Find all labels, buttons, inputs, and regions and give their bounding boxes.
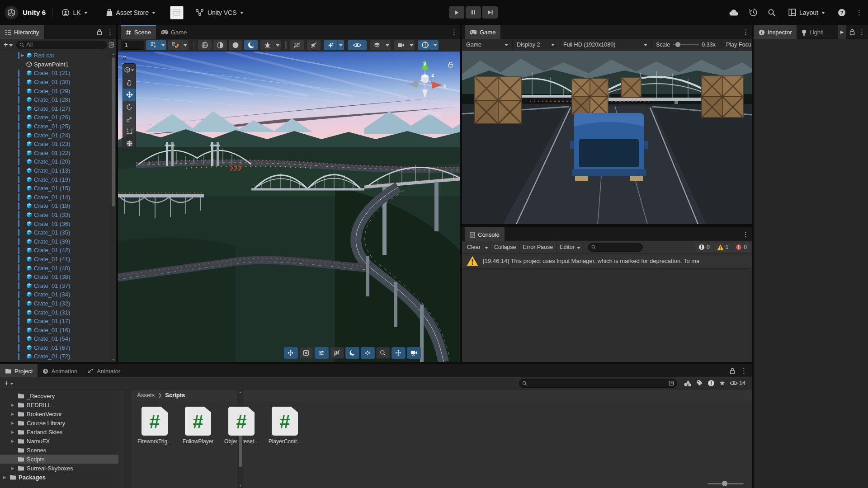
folder-row[interactable]: ▶ Farland Skies [0, 427, 118, 436]
archive-icon[interactable] [170, 6, 184, 19]
hierarchy-item[interactable]: ▶ Crate_01 (15) › [0, 184, 116, 193]
console-search-input[interactable] [588, 243, 643, 252]
folder-row[interactable]: ▶ NamuFX [0, 436, 118, 446]
view-hand-tool[interactable] [123, 76, 136, 89]
shading-shaded-button[interactable] [229, 40, 242, 50]
rotate-tool[interactable] [123, 101, 136, 113]
hierarchy-item[interactable]: ▶ Crate_01 (16) › [0, 325, 116, 334]
hierarchy-item[interactable]: ▶ Red car › [0, 51, 116, 60]
hierarchy-item[interactable]: ▶ Crate_01 (36) › [0, 219, 116, 228]
scale-tool[interactable] [123, 113, 136, 125]
error-count-badge[interactable]: 0 [732, 243, 750, 252]
folder-row[interactable]: ▶ _Recovery [0, 391, 118, 400]
hierarchy-item[interactable]: ▶ Crate_01 (39) › [0, 237, 116, 246]
menubar-kebab-icon[interactable]: ⋮ [856, 9, 863, 16]
view-orientation-gizmo[interactable]: y x z [402, 56, 448, 106]
transform-tool[interactable] [123, 137, 136, 150]
hierarchy-item[interactable]: ▶ Crate_01 (20) › [0, 157, 116, 166]
shading-mixed-button[interactable] [213, 40, 227, 50]
add-asset-button[interactable]: + [3, 379, 15, 387]
hierarchy-item[interactable]: ▶ Crate_01 (32) › [0, 299, 116, 308]
shading-wireframe-button[interactable] [198, 40, 212, 50]
display-dropdown[interactable]: Display 2 [513, 39, 559, 51]
scene-viewport[interactable]: ≡ y x [118, 52, 460, 362]
tab-game-center[interactable]: Game [156, 25, 192, 39]
tool-menu-cube-icon[interactable] [123, 64, 136, 76]
scroll-up-icon[interactable]: ▲ [239, 390, 242, 394]
hierarchy-kebab-icon[interactable]: ⋮ [107, 28, 113, 35]
effects-caret[interactable] [337, 40, 344, 50]
collapse-button[interactable]: Collapse [491, 241, 520, 253]
script-asset[interactable]: # PlayerContr... [266, 407, 303, 445]
scroll-thumb[interactable] [112, 57, 115, 206]
hierarchy-item[interactable]: ▶ Crate_01 (38) › [0, 272, 116, 282]
gizmos-button[interactable] [418, 40, 432, 50]
rect-tool[interactable] [123, 125, 136, 137]
hierarchy-item[interactable]: ▶ Crate_01 (40) › [0, 263, 116, 272]
expand-arrow-icon[interactable]: ▶ [10, 421, 15, 425]
scroll-down-icon[interactable]: ▼ [112, 357, 115, 362]
unity-vcs-menu[interactable]: Unity VCS [193, 7, 246, 18]
search-by-label-icon[interactable] [696, 380, 703, 387]
unlock-icon[interactable] [730, 368, 735, 374]
gizmo-lock-icon[interactable] [448, 61, 454, 68]
zoom-overlay-button[interactable] [376, 347, 390, 359]
pan-overlay-button[interactable] [283, 347, 297, 359]
tree-scrollbar[interactable]: ▲ ▼ [237, 389, 243, 488]
scene-visibility-button[interactable] [348, 40, 367, 50]
add-gameobject-button[interactable]: + [2, 41, 14, 49]
hierarchy-item[interactable]: ▶ Crate_01 (18) › [0, 202, 116, 211]
breadcrumb-root[interactable]: Assets [137, 392, 155, 399]
game-kebab-icon[interactable]: ⋮ [742, 28, 749, 35]
tab-animation[interactable]: Animation [38, 364, 82, 377]
tab-scene[interactable]: Scene [121, 25, 156, 39]
tab-animator[interactable]: Animator [82, 364, 125, 377]
cloud-icon[interactable] [729, 9, 739, 16]
resolution-dropdown[interactable]: Full HD (868x488) [559, 39, 652, 51]
unlock-icon[interactable] [97, 29, 102, 35]
pause-button[interactable] [466, 6, 481, 19]
hierarchy-item[interactable]: ▶ Crate_01 (33) › [0, 211, 116, 220]
gizmos-caret[interactable] [432, 40, 439, 50]
play-focused-dropdown[interactable]: Play Focu [722, 39, 752, 51]
expand-arrow-icon[interactable]: ▶ [10, 403, 15, 407]
picker-icon[interactable] [669, 380, 674, 386]
hierarchy-item[interactable]: ▶ Crate_01 (29) › [0, 86, 116, 95]
hierarchy-item[interactable]: ▶ Crate_01 (30) › [0, 78, 116, 87]
hierarchy-scrollbar[interactable]: ▲ ▼ [110, 51, 116, 362]
play-button[interactable] [449, 6, 464, 19]
search-by-type-icon[interactable] [684, 380, 691, 387]
hierarchy-item[interactable]: ▶ Crate_01 (24) › [0, 131, 116, 140]
hierarchy-item[interactable]: ▶ Crate_01 (21) › [0, 69, 116, 78]
layers-caret[interactable] [384, 40, 391, 50]
console-log-entry[interactable]: [19:46:14] This project uses Input Manag… [462, 253, 752, 269]
info-count-badge[interactable]: 0 [695, 243, 713, 252]
hierarchy-item[interactable]: ▶ Crate_01 (37) › [0, 281, 116, 290]
scene-kebab-icon[interactable]: ⋮ [451, 28, 458, 35]
snap-button[interactable] [168, 40, 182, 50]
asset-scale-thumb[interactable] [722, 481, 727, 486]
folder-row[interactable]: ▶ BrokenVector [0, 409, 118, 418]
debug-draw-caret[interactable] [274, 40, 281, 50]
hierarchy-item[interactable]: ▶ Crate_01 (14) › [0, 193, 116, 202]
breadcrumb-current[interactable]: Scripts [165, 392, 185, 399]
error-pause-button[interactable]: Error Pause [520, 241, 557, 253]
sliders-overlay-button[interactable] [314, 347, 328, 359]
hierarchy-item[interactable]: ▶ Crate_01 (42) › [0, 246, 116, 255]
overlay-menu-icon[interactable]: ≡ [123, 55, 134, 61]
scroll-down-icon[interactable]: ▼ [239, 484, 242, 487]
clear-options-caret[interactable] [482, 241, 491, 253]
picker-icon[interactable] [108, 42, 114, 48]
history-icon[interactable] [749, 8, 758, 17]
folder-row[interactable]: ▶ Packages [0, 473, 118, 482]
debug-draw-button[interactable] [260, 40, 274, 50]
hierarchy-item[interactable]: ▶ Crate_01 (23) › [0, 140, 116, 149]
cutscene-overlay-button[interactable] [299, 347, 313, 359]
tab-lighting[interactable]: Lighti [797, 25, 828, 39]
lighting-overlay-button[interactable] [345, 347, 359, 359]
snap-options-caret[interactable] [182, 40, 189, 50]
asset-store-menu[interactable]: Asset Store [103, 7, 158, 19]
game-viewport[interactable] [462, 51, 752, 224]
hierarchy-item[interactable]: ▶ Crate_01 (19) › [0, 175, 116, 184]
tab-hierarchy[interactable]: Hierarchy [0, 25, 44, 39]
